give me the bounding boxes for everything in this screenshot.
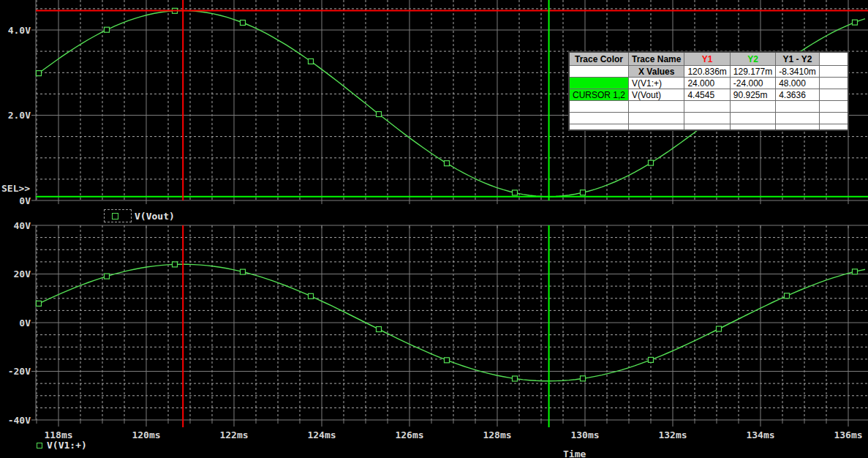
empty-cell (819, 66, 848, 78)
x-tick-label: 132ms (658, 429, 687, 440)
y-tick-label: -40V (8, 415, 31, 426)
empty-cell (819, 89, 848, 101)
trace-data-marker (173, 262, 178, 267)
trace-data-marker (649, 357, 654, 362)
empty-cell (819, 78, 848, 89)
trace-data-marker (445, 358, 450, 363)
trace-row-vout: CURSOR 1,2 V(Vout) 4.4545 90.925m 4.3636 (569, 89, 848, 101)
trace-data-marker (853, 269, 858, 274)
y-tick-label: 0V (19, 318, 31, 329)
x-tick-label: 126ms (395, 429, 423, 440)
x-tick-label: 124ms (307, 429, 336, 440)
trace-data-marker (717, 326, 722, 331)
legend-vout-label[interactable]: V(Vout) (135, 211, 175, 222)
y-tick-label: 40V (14, 220, 31, 231)
trace-name: V(Vout) (629, 89, 684, 101)
major-gridlines-plot2 (36, 225, 868, 420)
v1-y2-value: -24.000 (730, 78, 775, 89)
trace-data-marker (785, 293, 790, 299)
x-tick-label: 130ms (570, 429, 599, 440)
trace-data-marker (309, 59, 314, 64)
x-value-diff: -8.3410m (776, 66, 820, 78)
y-tick-label: 20V (14, 269, 31, 279)
empty-row (569, 124, 848, 131)
empty-cell (569, 66, 629, 78)
trace-data-marker (377, 327, 382, 332)
col-header-empty (819, 52, 848, 66)
x-tick-label: 122ms (219, 429, 248, 440)
legend-vout-selection-box[interactable] (104, 209, 132, 222)
x-tick-label: 120ms (132, 429, 160, 440)
x-values-label: X Values (629, 66, 684, 78)
x-value-y1: 120.836m (684, 66, 730, 78)
trace-name: V(V1:+) (629, 78, 684, 89)
trace-data-marker (581, 376, 586, 381)
y-tick-label: 2.0V (8, 110, 31, 121)
trace-color-swatch (569, 78, 629, 89)
cursor-owner-badge: CURSOR 1,2 (569, 89, 629, 101)
trace-data-marker (105, 27, 110, 32)
col-header-trace-color: Trace Color (569, 52, 629, 66)
y-tick-label: -20V (8, 366, 31, 377)
trace-data-marker (37, 71, 42, 76)
trace-data-marker (513, 376, 518, 381)
trace-data-marker (445, 161, 450, 166)
trace-data-marker (853, 20, 858, 25)
col-header-y1: Y1 (684, 52, 730, 66)
v1-diff-value: 48.000 (776, 78, 820, 89)
y-tick-label: 4.0V (8, 25, 31, 36)
trace-data-marker (241, 20, 246, 26)
trace-data-marker (309, 293, 314, 299)
empty-row (569, 101, 848, 113)
cursor-table-header-row: Trace Color Trace Name Y1 Y2 Y1 - Y2 (569, 52, 848, 66)
col-header-y1-minus-y2: Y1 - Y2 (776, 52, 820, 66)
v1-y1-value: 24.000 (684, 78, 730, 89)
x-tick-label: 136ms (834, 429, 862, 440)
col-header-y2: Y2 (730, 52, 775, 66)
x-value-y2: 129.177m (730, 66, 775, 78)
trace-data-marker (37, 301, 42, 306)
y-tick-label: 0V (19, 195, 31, 206)
vout-y2-value: 90.925m (730, 89, 775, 101)
sel-indicator: SEL>> (1, 183, 30, 194)
trace-data-marker (513, 190, 518, 195)
trace-data-marker (241, 269, 246, 274)
vout-y1-value: 4.4545 (684, 89, 730, 101)
x-tick-label: 128ms (483, 429, 511, 440)
trace-row-v1: V(V1:+) 24.000 -24.000 48.000 (569, 78, 848, 89)
trace-data-marker (105, 274, 110, 279)
trace-data-marker (649, 160, 654, 165)
probe-window: 4.0V2.0V0V40V20V0V-20V-40V118ms120ms122m… (0, 0, 868, 458)
x-axis-title: Time (563, 448, 586, 458)
legend-v1-label[interactable]: V(V1:+) (47, 440, 87, 451)
x-tick-label: 134ms (746, 429, 774, 440)
x-values-row: X Values 120.836m 129.177m -8.3410m (569, 66, 848, 78)
x-tick-label: 118ms (44, 429, 72, 440)
cursor-table: Trace Color Trace Name Y1 Y2 Y1 - Y2 X V… (568, 51, 849, 131)
vout-diff-value: 4.3636 (776, 89, 820, 101)
trace-marker-icon (112, 213, 118, 219)
trace-data-marker (581, 190, 586, 195)
empty-row (569, 113, 848, 124)
col-header-trace-name: Trace Name (629, 52, 684, 66)
trace-marker-icon[interactable] (37, 443, 42, 448)
trace-data-marker (377, 112, 382, 117)
